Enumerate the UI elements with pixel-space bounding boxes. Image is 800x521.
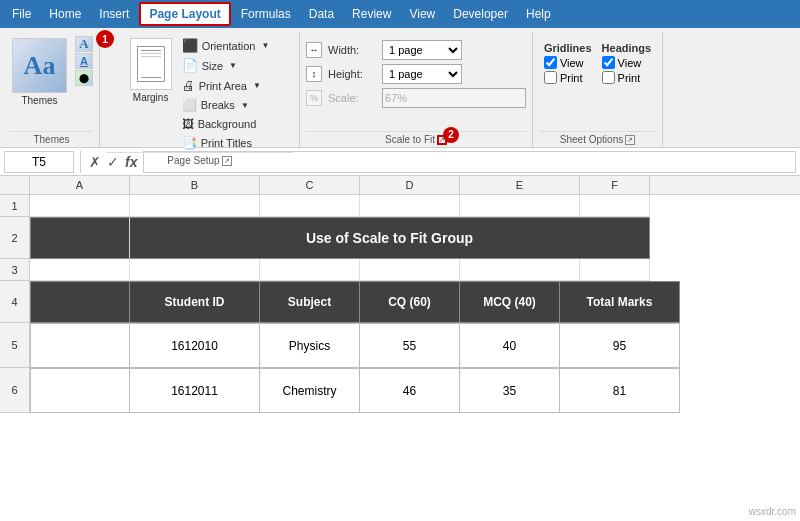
cell-subject-1[interactable]: Physics	[260, 323, 360, 368]
col-d-header: D	[360, 176, 460, 194]
col-c-header: C	[260, 176, 360, 194]
headings-view-row: View	[602, 56, 652, 69]
headings-print-row: Print	[602, 71, 652, 84]
col-mcq[interactable]: MCQ (40)	[460, 281, 560, 323]
cell-student-id-1[interactable]: 1612010	[130, 323, 260, 368]
themes-button[interactable]: Aa Themes	[10, 36, 69, 108]
col-subject[interactable]: Subject	[260, 281, 360, 323]
sheet-options-group: Gridlines View Print Headings View	[533, 32, 663, 147]
theme-color-button[interactable]: ⬤	[75, 70, 93, 86]
cell-total-2[interactable]: 81	[560, 368, 680, 413]
themes-group-label: Themes	[10, 131, 93, 147]
gridlines-view-checkbox[interactable]	[544, 56, 557, 69]
print-area-icon: 🖨	[182, 78, 195, 93]
breaks-chevron: ▼	[241, 101, 249, 110]
headings-column: Headings View Print	[602, 42, 652, 84]
width-select[interactable]: 1 page 2 pages Automatic	[382, 40, 462, 60]
breaks-button[interactable]: ⬜ Breaks ▼	[178, 96, 274, 114]
cancel-formula-button[interactable]: ✗	[87, 152, 103, 172]
width-label: Width:	[328, 44, 378, 56]
cell-f3[interactable]	[580, 259, 650, 281]
col-e-header: E	[460, 176, 580, 194]
gridlines-print-checkbox[interactable]	[544, 71, 557, 84]
print-titles-button[interactable]: 📑 Print Titles	[178, 134, 274, 152]
cell-a4[interactable]	[30, 281, 130, 323]
font-color-button[interactable]: A	[75, 36, 93, 52]
col-cq[interactable]: CQ (60)	[360, 281, 460, 323]
orientation-button[interactable]: ⬛ Orientation ▼	[178, 36, 274, 55]
cell-cq-1[interactable]: 55	[360, 323, 460, 368]
size-icon: 📄	[182, 58, 198, 73]
data-row-1: 5 1612010 Physics 55 40 95	[0, 323, 800, 368]
menu-review[interactable]: Review	[344, 4, 399, 24]
cell-subject-2[interactable]: Chemistry	[260, 368, 360, 413]
cell-reference-input[interactable]	[4, 151, 74, 173]
cell-c3[interactable]	[260, 259, 360, 281]
cell-e3[interactable]	[460, 259, 580, 281]
print-area-button[interactable]: 🖨 Print Area ▼	[178, 76, 274, 95]
scale-to-fit-group: ↔ Width: 1 page 2 pages Automatic ↕ Heig…	[300, 32, 533, 147]
size-button[interactable]: 📄 Size ▼	[178, 56, 274, 75]
scale-to-fit-label: Scale to Fit 2 ↗	[306, 131, 526, 147]
menu-page-layout[interactable]: Page Layout	[139, 2, 230, 26]
col-a-header: A	[30, 176, 130, 194]
menu-developer[interactable]: Developer	[445, 4, 516, 24]
orientation-chevron: ▼	[261, 41, 269, 50]
badge-2: 2	[443, 127, 459, 143]
menu-view[interactable]: View	[401, 4, 443, 24]
width-icon: ↔	[306, 42, 322, 58]
cell-a6[interactable]	[30, 368, 130, 413]
menu-help[interactable]: Help	[518, 4, 559, 24]
cell-c1[interactable]	[260, 195, 360, 217]
height-select[interactable]: 1 page 2 pages Automatic	[382, 64, 462, 84]
cell-d1[interactable]	[360, 195, 460, 217]
col-total-marks[interactable]: Total Marks	[560, 281, 680, 323]
headings-print-checkbox[interactable]	[602, 71, 615, 84]
menu-formulas[interactable]: Formulas	[233, 4, 299, 24]
cell-f1[interactable]	[580, 195, 650, 217]
menu-home[interactable]: Home	[41, 4, 89, 24]
row-num-5: 5	[0, 323, 30, 368]
spreadsheet-title: Use of Scale to Fit Group	[130, 217, 650, 259]
row-3: 3	[0, 259, 800, 281]
themes-label: Themes	[21, 95, 57, 106]
themes-sub-buttons: A A ⬤	[75, 36, 93, 86]
cell-a3[interactable]	[30, 259, 130, 281]
page-setup-buttons: ⬛ Orientation ▼ 📄 Size ▼ 🖨 Print Area ▼ …	[178, 36, 274, 152]
breaks-icon: ⬜	[182, 98, 197, 112]
gridlines-view-row: View	[544, 56, 592, 69]
cell-student-id-2[interactable]: 1612011	[130, 368, 260, 413]
cell-total-1[interactable]: 95	[560, 323, 680, 368]
cell-a2[interactable]	[30, 217, 130, 259]
scale-expand-button[interactable]: 2 ↗	[437, 135, 447, 145]
data-row-2: 6 1612011 Chemistry 46 35 81	[0, 368, 800, 413]
margins-button[interactable]: Margins	[126, 36, 176, 105]
col-f-header: F	[580, 176, 650, 194]
cell-b1[interactable]	[130, 195, 260, 217]
cell-a1[interactable]	[30, 195, 130, 217]
cell-d3[interactable]	[360, 259, 460, 281]
scale-label: Scale:	[328, 92, 378, 104]
cell-mcq-1[interactable]: 40	[460, 323, 560, 368]
sheet-options-expand[interactable]: ↗	[625, 135, 635, 145]
page-setup-expand[interactable]: ↗	[222, 156, 232, 166]
menu-data[interactable]: Data	[301, 4, 342, 24]
cell-a5[interactable]	[30, 323, 130, 368]
cell-b3[interactable]	[130, 259, 260, 281]
cell-mcq-2[interactable]: 35	[460, 368, 560, 413]
menu-file[interactable]: File	[4, 4, 39, 24]
watermark: wsxdr.com	[749, 506, 796, 517]
font-effects-button[interactable]: A	[75, 53, 93, 69]
scale-input	[382, 88, 526, 108]
row-num-3: 3	[0, 259, 30, 281]
col-student-id[interactable]: Student ID	[130, 281, 260, 323]
headings-view-checkbox[interactable]	[602, 56, 615, 69]
background-button[interactable]: 🖼 Background	[178, 115, 274, 133]
row-num-1: 1	[0, 195, 30, 217]
cell-e1[interactable]	[460, 195, 580, 217]
menu-insert[interactable]: Insert	[91, 4, 137, 24]
spreadsheet: A B C D E F 1 2 Use of Scale to Fit Grou…	[0, 176, 800, 413]
cell-cq-2[interactable]: 46	[360, 368, 460, 413]
orientation-icon: ⬛	[182, 38, 198, 53]
print-titles-icon: 📑	[182, 136, 197, 150]
